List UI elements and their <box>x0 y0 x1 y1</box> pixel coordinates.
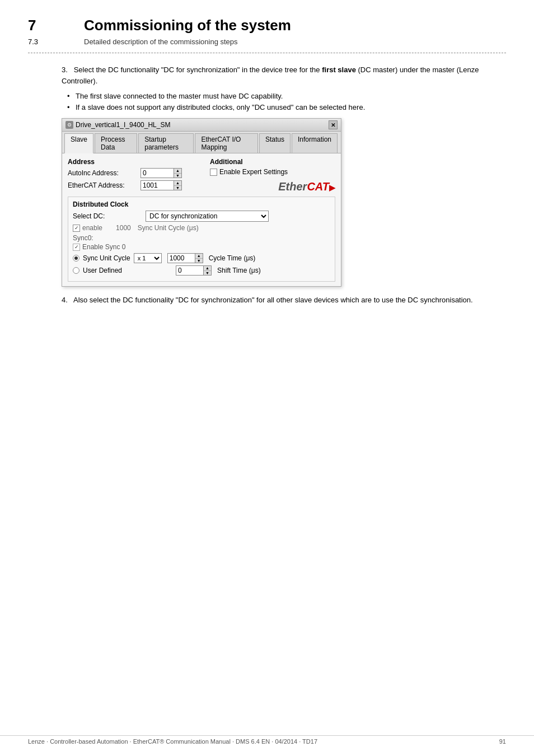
ethercat-addr-up[interactable]: ▲ <box>174 181 181 186</box>
tab-startup-parameters[interactable]: Startup parameters <box>138 133 194 153</box>
chapter-title: Commissioning of the system <box>84 17 291 34</box>
sync-unit-cycle-label: Sync Unit Cycle (μs) <box>138 224 199 232</box>
sync0-section: Sync0: ✓ Enable Sync 0 Sync Unit Cycle x… <box>73 234 330 276</box>
enable-row: ✓ enable 1000 Sync Unit Cycle (μs) <box>73 224 330 232</box>
autoinc-label: AutoInc Address: <box>68 169 140 177</box>
sync0-title: Sync0: <box>73 234 330 242</box>
shift-time-label: Shift Time (μs) <box>217 267 261 274</box>
autoinc-input-group: ▲ ▼ <box>140 168 182 178</box>
user-defined-label: User Defined <box>83 267 122 274</box>
bullet-2: If a slave does not support any distribu… <box>67 102 506 113</box>
ethercat-addr-label: EtherCAT Address: <box>68 181 140 189</box>
cycle-time-label: Cycle Time (μs) <box>209 254 256 262</box>
ethercat-addr-spinner[interactable]: ▲ ▼ <box>174 180 182 190</box>
dc-section-title: Distributed Clock <box>73 200 330 208</box>
shift-down[interactable]: ▼ <box>204 271 211 276</box>
dialog-title-area: ⚙ Drive_vertical1_I_9400_HL_SM <box>65 121 170 129</box>
sync0-enable-row: ✓ Enable Sync 0 <box>73 243 330 251</box>
additional-label: Additional <box>210 158 335 166</box>
shift-input-group: ▲ ▼ <box>176 265 212 276</box>
autoinc-input[interactable] <box>140 168 174 178</box>
cycle-time-input[interactable] <box>167 253 195 263</box>
step-3-bullets: The first slave connected to the master … <box>62 91 506 113</box>
dialog-titlebar: ⚙ Drive_vertical1_I_9400_HL_SM ✕ <box>62 119 341 132</box>
dialog-icon: ⚙ <box>65 121 73 129</box>
ethercat-addr-down[interactable]: ▼ <box>174 186 181 190</box>
sync-unit-cycle-radio[interactable] <box>73 255 79 262</box>
cycle-time-spinner[interactable]: ▲ ▼ <box>195 253 203 263</box>
section-title: Detailed description of the commissionin… <box>84 38 238 46</box>
tab-information[interactable]: Information <box>292 133 338 153</box>
sync0-enable-checkbox[interactable]: ✓ <box>73 244 80 251</box>
dialog-title: Drive_vertical1_I_9400_HL_SM <box>76 121 170 129</box>
bullet-1: The first slave connected to the master … <box>67 91 506 102</box>
shift-up[interactable]: ▲ <box>204 266 211 271</box>
cycle-time-input-group: ▲ ▼ <box>167 253 203 263</box>
autoinc-down[interactable]: ▼ <box>174 174 181 178</box>
step-3: 3. Select the DC functionality "DC for s… <box>62 64 506 287</box>
distributed-clock-section: Distributed Clock Select DC: DC for sync… <box>68 197 335 282</box>
footer-left: Lenze · Controller-based Automation · Et… <box>28 738 317 745</box>
page-number: 91 <box>499 738 506 745</box>
cycle-time-up[interactable]: ▲ <box>195 254 203 259</box>
autoinc-up[interactable]: ▲ <box>174 169 181 174</box>
enable-expert-checkbox[interactable] <box>210 169 217 176</box>
autoinc-row: AutoInc Address: ▲ ▼ <box>68 168 193 178</box>
ethercat-addr-row: EtherCAT Address: ▲ ▼ <box>68 180 193 190</box>
sync-unit-cycle-row: Sync Unit Cycle x 1 ▲ ▼ <box>73 253 330 263</box>
tab-ethercat-io[interactable]: EtherCAT I/O Mapping <box>195 133 257 153</box>
content-area: 3. Select the DC functionality "DC for s… <box>28 64 506 306</box>
tab-status[interactable]: Status <box>259 133 291 153</box>
chapter-number: 7 <box>28 17 62 34</box>
enable-expert-row: Enable Expert Settings <box>210 168 335 176</box>
step-4: 4. Also select the DC functionality "DC … <box>62 295 506 306</box>
select-dc-label: Select DC: <box>73 212 146 220</box>
dialog-body: Address AutoInc Address: ▲ ▼ <box>62 153 341 286</box>
enable-value: 1000 <box>116 224 131 232</box>
address-section-label: Address <box>68 158 193 166</box>
step-4-content: Also select the DC functionality "DC for… <box>73 296 473 304</box>
sync-multiplier-select[interactable]: x 1 <box>134 253 162 263</box>
select-dc-row: Select DC: DC for synchronization <box>73 211 330 222</box>
section-divider <box>28 53 506 53</box>
tab-bar: Slave Process Data Startup parameters Et… <box>62 132 341 153</box>
autoinc-spinner[interactable]: ▲ ▼ <box>174 168 182 178</box>
user-defined-radio[interactable] <box>73 267 79 274</box>
section-number: 7.3 <box>28 38 62 46</box>
ethercat-addr-input-group: ▲ ▼ <box>140 180 182 190</box>
ethercat-addr-input[interactable] <box>140 180 174 190</box>
chapter-header: 7 Commissioning of the system 7.3 Detail… <box>28 17 506 46</box>
sync-unit-cycle-row-label: Sync Unit Cycle <box>83 254 130 262</box>
enable-expert-label: Enable Expert Settings <box>219 168 288 176</box>
sync0-enable-label: Enable Sync 0 <box>82 243 125 251</box>
enable-checkbox[interactable]: ✓ <box>73 225 80 232</box>
address-additional-columns: Address AutoInc Address: ▲ ▼ <box>68 158 335 193</box>
tab-slave[interactable]: Slave <box>64 133 93 153</box>
additional-column: Additional Enable Expert Settings EtherC… <box>210 158 335 193</box>
enable-label: enable <box>82 224 102 232</box>
select-dc-dropdown[interactable]: DC for synchronization <box>146 211 269 222</box>
step-3-text: 3. Select the DC functionality "DC for s… <box>62 64 506 86</box>
tab-process-data[interactable]: Process Data <box>95 133 137 153</box>
ethercat-logo-container: EtherCAT▶ <box>210 180 335 193</box>
step-4-text: 4. Also select the DC functionality "DC … <box>62 295 506 306</box>
dialog-window: ⚙ Drive_vertical1_I_9400_HL_SM ✕ Slave P… <box>62 118 341 287</box>
dialog-close-button[interactable]: ✕ <box>329 120 338 129</box>
page-footer: Lenze · Controller-based Automation · Et… <box>0 735 534 745</box>
shift-input[interactable] <box>176 265 204 276</box>
shift-spinner[interactable]: ▲ ▼ <box>204 265 212 276</box>
cycle-time-down[interactable]: ▼ <box>195 259 203 263</box>
user-defined-row: User Defined ▲ ▼ Shift Time (μs) <box>73 265 330 276</box>
address-column: Address AutoInc Address: ▲ ▼ <box>68 158 193 193</box>
